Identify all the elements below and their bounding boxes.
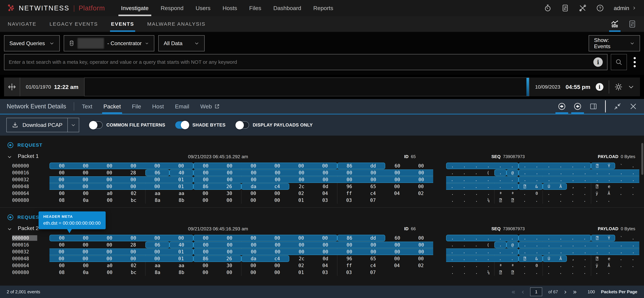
ascii-char[interactable]: . — [531, 177, 543, 182]
hex-byte[interactable]: 01 — [169, 177, 193, 182]
shaded-byte-group[interactable]: ÚÄ — [543, 183, 567, 190]
ascii-char[interactable]: Ú — [543, 256, 555, 261]
ascii-char[interactable]: . — [579, 256, 591, 261]
ascii-char[interactable]: . — [470, 164, 482, 168]
hex-byte[interactable]: 00 — [218, 242, 242, 248]
hex-byte[interactable]: 00 — [338, 242, 362, 248]
hex-byte[interactable]: 0d — [314, 256, 337, 261]
tab-file[interactable]: File — [132, 99, 141, 114]
ascii-char[interactable]: . — [627, 249, 639, 254]
hex-byte[interactable]: aa — [146, 263, 170, 268]
ascii-char[interactable]: . — [555, 177, 567, 182]
tools-icon[interactable] — [579, 4, 586, 12]
hex-byte[interactable]: 2c — [290, 256, 314, 261]
ascii-char[interactable]: . — [518, 198, 531, 203]
hex-byte[interactable]: 03 — [313, 197, 337, 203]
ascii-char[interactable]: . — [458, 256, 470, 261]
shaded-byte-group[interactable]: . — [494, 242, 506, 248]
ascii-char[interactable]: . — [506, 236, 518, 240]
ascii-char[interactable]: . — [519, 170, 531, 175]
ascii-char[interactable]: . — [579, 170, 591, 175]
ascii-char[interactable]: . — [627, 263, 639, 268]
shaded-byte-group[interactable]: 40 — [170, 242, 193, 248]
ascii-char[interactable]: . — [627, 256, 639, 261]
ascii-char[interactable]: . — [458, 263, 470, 268]
previous-event-button[interactable] — [574, 99, 582, 114]
ascii-char[interactable]: ⍰ — [494, 198, 507, 203]
tab-web[interactable]: Web — [200, 99, 220, 114]
ascii-char[interactable]: . — [543, 170, 555, 175]
ascii-char[interactable]: . — [543, 243, 555, 247]
hex-byte[interactable]: 00 — [362, 170, 386, 175]
hex-byte[interactable]: 00 — [409, 170, 433, 175]
ascii-char[interactable]: . — [627, 177, 639, 182]
hex-byte[interactable]: 00 — [194, 163, 218, 169]
ascii-char[interactable]: ( — [482, 243, 494, 247]
ascii-char[interactable]: . — [458, 270, 470, 275]
nav-item-investigate[interactable]: Investigate — [121, 0, 148, 16]
hex-byte[interactable]: c4 — [361, 191, 385, 196]
nav-item-respond[interactable]: Respond — [161, 0, 184, 16]
toggle-display-payloads-only[interactable]: DISPLAY PAYLOADS ONLY — [236, 121, 313, 129]
hex-byte[interactable]: 00 — [50, 163, 74, 169]
hex-byte[interactable]: 28 — [121, 170, 145, 175]
ascii-char[interactable]: . — [458, 177, 470, 182]
hex-byte[interactable]: 07 — [361, 197, 385, 203]
saved-queries-dropdown[interactable]: Saved Queries — [4, 35, 60, 51]
hex-byte[interactable]: 01 — [289, 197, 313, 203]
timeline-info-icon[interactable]: i — [596, 83, 604, 91]
time-range-dropdown[interactable]: All Data — [158, 35, 204, 51]
nav-item-reports[interactable]: Reports — [313, 0, 333, 16]
ascii-char[interactable]: . — [458, 184, 470, 189]
ascii-char[interactable]: . — [603, 170, 615, 175]
hex-byte[interactable]: 02 — [409, 191, 433, 196]
ascii-char[interactable]: . — [470, 243, 482, 247]
hex-byte[interactable]: 00 — [121, 256, 145, 261]
nav-item-files[interactable]: Files — [249, 0, 261, 16]
hex-byte[interactable]: 00 — [98, 197, 122, 203]
ascii-char[interactable]: . — [591, 243, 603, 247]
hex-byte[interactable]: 00 — [193, 197, 217, 203]
ascii-char[interactable]: . — [627, 170, 639, 175]
ascii-char[interactable]: . — [615, 177, 627, 182]
hex-byte[interactable]: 00 — [409, 256, 433, 261]
shaded-byte-group[interactable]: 000000000001 — [50, 183, 193, 190]
hex-byte[interactable]: 07 — [361, 270, 385, 275]
hex-byte[interactable]: 30 — [217, 191, 241, 196]
hex-byte[interactable]: 00 — [242, 177, 266, 182]
hex-byte[interactable]: 00 — [314, 249, 338, 254]
hex-byte[interactable]: 00 — [385, 177, 409, 182]
hex-byte[interactable]: 8a — [146, 197, 170, 203]
ascii-char[interactable]: , — [567, 256, 579, 261]
hex-byte[interactable]: 60 — [386, 163, 409, 169]
ascii-char[interactable]: . — [446, 198, 458, 203]
ascii-char[interactable]: . — [579, 243, 591, 247]
hex-byte[interactable]: 00 — [194, 177, 218, 182]
hex-byte[interactable]: 00 — [266, 249, 290, 254]
hex-byte[interactable]: 00 — [145, 235, 169, 241]
hex-byte[interactable]: 96 — [338, 184, 361, 189]
ascii-char[interactable]: . — [615, 256, 627, 261]
hex-byte[interactable]: 00 — [290, 242, 314, 248]
hex-byte[interactable]: 00 — [241, 270, 265, 275]
hex-byte[interactable]: aa — [170, 191, 194, 196]
hex-byte[interactable]: 00 — [265, 197, 289, 203]
ascii-char[interactable]: . — [555, 249, 567, 254]
ascii-char[interactable]: . — [482, 256, 494, 261]
shaded-byte-group[interactable]: ...... — [446, 176, 518, 183]
ascii-char[interactable]: . — [591, 170, 603, 175]
ascii-char[interactable]: . — [567, 263, 579, 268]
timeline-pan-handle[interactable] — [4, 78, 20, 96]
hex-byte[interactable]: dd — [361, 235, 385, 241]
hex-byte[interactable]: 00 — [50, 191, 74, 196]
split-panel-button[interactable] — [589, 99, 598, 114]
hex-byte[interactable]: 01 — [289, 270, 313, 275]
hex-byte[interactable]: 00 — [313, 163, 337, 169]
hex-byte[interactable]: 00 — [385, 170, 409, 175]
offset-cell[interactable]: 000048 — [12, 256, 37, 261]
ascii-char[interactable]: ª — [494, 191, 507, 196]
hex-byte[interactable]: 00 — [242, 163, 265, 169]
ascii-char[interactable]: ⍰ — [591, 236, 603, 240]
ascii-char[interactable]: . — [543, 198, 555, 203]
ascii-char[interactable]: . — [567, 243, 579, 247]
